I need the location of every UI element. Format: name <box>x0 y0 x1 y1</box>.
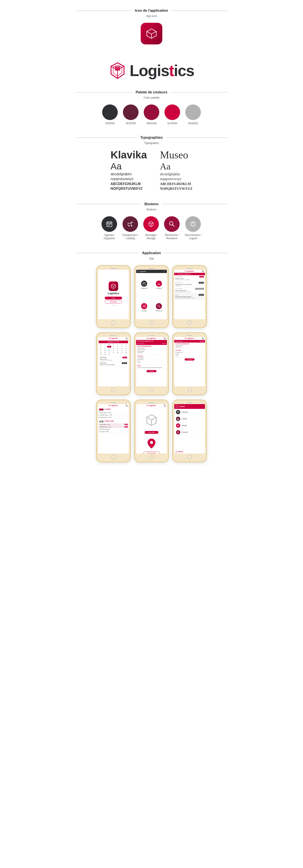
phone-home-btn-1[interactable] <box>111 320 116 325</box>
cal-day-5[interactable]: 5 <box>115 346 120 347</box>
phone-home-btn-4[interactable] <box>111 388 116 393</box>
cal-day-26[interactable]: 26 <box>115 352 120 353</box>
swatch-label-3: #98103a <box>146 122 157 125</box>
grid-item-research[interactable]: Research <box>152 296 166 318</box>
cal-day-24[interactable]: 24 <box>107 352 111 353</box>
footer-logo-icon <box>175 451 178 453</box>
back-arrow[interactable]: ← <box>175 270 177 272</box>
phone-home-btn-7[interactable] <box>111 455 116 460</box>
cal-day-2[interactable]: 2 <box>103 346 107 347</box>
cal-day-9[interactable]: 9 <box>103 348 107 349</box>
phone6-back[interactable]: ← <box>175 337 177 339</box>
badge-pickup-1: Pickup <box>199 276 204 278</box>
cal-day-6[interactable]: 6 <box>120 346 124 347</box>
btn-circle-storage[interactable] <box>143 216 159 232</box>
phone-home-btn-2[interactable] <box>149 320 154 325</box>
phone-home-btn-5[interactable] <box>149 388 154 393</box>
home-label-research: Research <box>181 431 188 433</box>
cal-day-29[interactable]: 29 <box>99 353 103 355</box>
cal-day-17[interactable]: 17 <box>107 350 111 351</box>
cal-day-28[interactable]: 28 <box>124 352 128 353</box>
phone4-back[interactable]: ← <box>99 337 101 339</box>
phone7-back[interactable]: ← <box>99 405 101 406</box>
schedule-item-1[interactable]: 10:00-12:00 Pickup Florian Léonard 24 Av… <box>174 275 205 281</box>
phone-home-btn-9[interactable] <box>187 455 192 460</box>
divider-right-app <box>165 253 227 253</box>
cal-day-1[interactable]: 1 <box>99 346 103 347</box>
phone6-check-1[interactable]: ✓ <box>203 352 204 353</box>
cal-day-25[interactable]: 25 <box>111 352 115 353</box>
home-loading-svg <box>177 417 179 420</box>
scan-item-btn[interactable]: Scan Item <box>144 431 159 434</box>
schedule-item-3[interactable]: 17:20-18:30 DropOff/Pickup Alexison Mari… <box>174 287 205 293</box>
cal-day-11[interactable]: 11 <box>111 348 115 349</box>
cal-day-21[interactable]: 21 <box>124 350 128 351</box>
scan-location-btn[interactable]: Scan location <box>143 452 160 454</box>
phone6-item-2-name: 5 tables <box>175 353 179 355</box>
phone5-back[interactable]: ← <box>137 337 139 339</box>
validate-button[interactable]: Validate <box>146 370 156 372</box>
research-icon-small <box>157 304 161 308</box>
home-menu-storage[interactable]: Storage <box>174 422 205 429</box>
screen-password-btn[interactable]: Password <box>105 300 122 303</box>
home-menu-research[interactable]: Research <box>174 429 205 436</box>
svg-rect-17 <box>110 224 111 224</box>
app-icon-svg <box>145 27 158 40</box>
grid-item-organizer[interactable]: Organizer <box>137 274 151 296</box>
btn-circle-agenda[interactable] <box>102 216 117 232</box>
phone6-validate-btn[interactable]: Validate <box>184 359 194 361</box>
toload-item-2: 2 available boxes - 11:00 taken <box>99 426 128 428</box>
cal-day-18[interactable]: 18 <box>111 350 115 351</box>
cal-day-15[interactable]: 15 <box>99 350 103 351</box>
cal-day-3[interactable]: 3 <box>107 346 111 347</box>
cal-day-4[interactable]: 4 <box>111 346 115 347</box>
cal-day-30[interactable]: 30 <box>103 353 107 355</box>
cal-day-22[interactable]: 22 <box>99 352 103 353</box>
grid-item-storage[interactable]: Storage <box>137 296 151 318</box>
divider-right-btn <box>162 204 227 204</box>
phone8-back[interactable]: ← <box>137 405 139 406</box>
phone-home-btn-8[interactable] <box>149 455 154 460</box>
cal-day-19[interactable]: 19 <box>115 350 120 351</box>
location-pin-svg <box>147 438 156 449</box>
toload-name-2: 2 available boxes - 11:00 <box>99 426 111 428</box>
phone6-check-3[interactable]: + <box>203 355 204 356</box>
organizer-icon-small <box>142 282 146 286</box>
section-subtitle-app: App <box>149 257 154 260</box>
schedule-item-4[interactable]: 20:00 Delivery Gao Shuanike Casetti, Nan… <box>174 293 205 300</box>
phone-speaker-9 <box>187 402 193 403</box>
cal-sched-1[interactable]: 10:00-12:00 Pickup Florian Léonard 24 Av… <box>99 356 128 362</box>
cal-day-23[interactable]: 23 <box>103 352 107 353</box>
cal-day-14[interactable]: 14 <box>124 348 128 349</box>
grid-item-loading[interactable]: Loading <box>152 274 166 296</box>
phone8-header: ← ⬡ Logistics 📞 <box>136 404 167 407</box>
cal-day-8[interactable]: 8 <box>99 348 103 349</box>
cal-day-20[interactable]: 20 <box>120 350 124 351</box>
cal-day-10[interactable]: 10 <box>107 348 111 349</box>
btn-circle-logout[interactable] <box>185 216 201 232</box>
cal-day-27[interactable]: 27 <box>120 352 124 353</box>
schedule-item-2[interactable]: 14:00-16:00 Delivery Pâtis Chez la Bouvi… <box>174 281 205 287</box>
cal-day-13[interactable]: 13 <box>120 348 124 349</box>
screen-continue-btn[interactable]: Continue <box>105 304 122 307</box>
home-menu-loading[interactable]: Loading <box>174 415 205 422</box>
cal-day-7[interactable]: 7 <box>124 346 128 347</box>
phone6-item-2: 5 tables ✓ <box>175 353 204 355</box>
screen-login-btn[interactable]: Login <box>105 297 122 300</box>
phone-home-btn-6[interactable] <box>187 388 192 393</box>
btn-circle-research[interactable] <box>164 216 180 232</box>
btn-circle-loading[interactable] <box>123 216 138 232</box>
font-lower2-museo: nopqrstuvwxyz <box>160 177 193 181</box>
schedule-date-bar: ▼ Thursday, August 04 <box>174 273 205 275</box>
cal-day-12[interactable]: 12 <box>115 348 120 349</box>
svg-point-41 <box>158 284 159 285</box>
cal-day-16[interactable]: 16 <box>103 350 107 351</box>
cal-day-31[interactable]: 31 <box>107 353 111 355</box>
phone6-check-2[interactable]: ✓ <box>203 353 204 355</box>
section-subtitle-app-icon: App icon <box>146 14 157 18</box>
cal-sched-2[interactable]: 14:00-16:00 Delivery Pâtis Chez la Bouvi… <box>99 362 128 366</box>
home-icon-loading <box>176 417 180 421</box>
home-menu-organizer[interactable]: Organizer <box>174 409 205 415</box>
color-palette-section: Palette de couleurs Color palette #2f303… <box>76 90 227 125</box>
phone-home-btn-3[interactable] <box>187 320 192 325</box>
